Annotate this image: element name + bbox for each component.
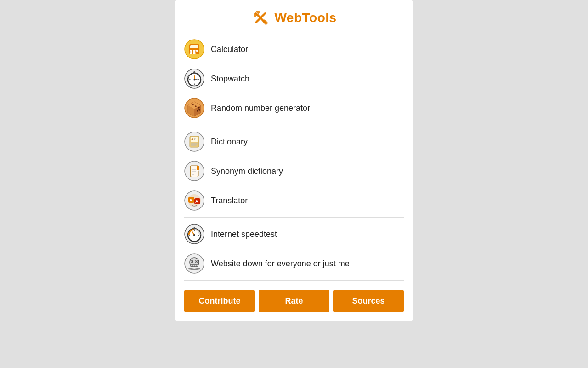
svg-rect-49 xyxy=(197,166,199,170)
footer-buttons: Contribute Rate Sources xyxy=(175,282,413,321)
main-panel: WebTools + Calculator xyxy=(175,0,413,321)
svg-rect-70 xyxy=(194,227,195,229)
internet-speedtest-icon xyxy=(184,224,204,244)
svg-text:A: A xyxy=(195,199,198,204)
website-down-label: Website down for everyone or just me xyxy=(211,259,350,269)
svg-rect-9 xyxy=(196,50,198,52)
internet-speedtest-label: Internet speedtest xyxy=(211,230,277,239)
svg-rect-11 xyxy=(193,52,196,54)
dictionary-label: Dictionary xyxy=(211,137,248,147)
svg-rect-25 xyxy=(194,71,195,73)
menu-item-translator[interactable]: A A Translator xyxy=(175,186,413,215)
translator-label: Translator xyxy=(211,196,248,206)
divider-1 xyxy=(184,125,404,125)
menu-item-stopwatch[interactable]: Stopwatch xyxy=(175,64,413,93)
svg-rect-7 xyxy=(190,50,192,52)
stopwatch-icon xyxy=(184,69,204,89)
menu-item-synonym-dict[interactable]: Synonym dictionary xyxy=(175,156,413,186)
synonym-dict-label: Synonym dictionary xyxy=(211,167,283,176)
stopwatch-label: Stopwatch xyxy=(211,74,249,84)
app-title: WebTools xyxy=(274,11,336,25)
svg-point-23 xyxy=(194,79,195,80)
svg-text:A: A xyxy=(189,198,192,202)
menu-item-calculator[interactable]: + Calculator xyxy=(175,34,413,64)
menu-list: + Calculator xyxy=(175,34,413,281)
rate-button[interactable]: Rate xyxy=(259,290,329,312)
svg-text:+: + xyxy=(197,46,199,48)
header: WebTools xyxy=(175,0,413,34)
random-number-label: Random number generator xyxy=(211,104,310,113)
dictionary-icon: A Z xyxy=(184,132,204,152)
webtools-logo-icon xyxy=(251,9,270,27)
svg-rect-12 xyxy=(196,52,198,54)
svg-point-37 xyxy=(198,109,200,111)
svg-point-33 xyxy=(192,104,194,105)
svg-rect-10 xyxy=(190,52,192,54)
website-down-icon xyxy=(184,253,204,274)
svg-rect-27 xyxy=(200,76,201,77)
calculator-icon: + xyxy=(184,39,204,59)
menu-item-dictionary[interactable]: A Z Dictionary xyxy=(175,127,413,156)
translator-icon: A A xyxy=(184,190,204,211)
calculator-label: Calculator xyxy=(211,45,248,54)
menu-item-website-down[interactable]: Website down for everyone or just me xyxy=(175,249,413,278)
synonym-dictionary-icon xyxy=(184,161,204,181)
svg-rect-26 xyxy=(187,76,189,77)
menu-item-random-number[interactable]: Random number generator xyxy=(175,93,413,123)
svg-rect-8 xyxy=(193,50,196,52)
menu-item-internet-speed[interactable]: Internet speedtest xyxy=(175,219,413,249)
svg-text:Z: Z xyxy=(194,138,196,141)
svg-point-34 xyxy=(195,105,197,107)
dice-icon xyxy=(184,98,204,118)
divider-3 xyxy=(184,280,404,281)
svg-text:A: A xyxy=(191,138,193,141)
svg-point-68 xyxy=(193,234,195,236)
contribute-button[interactable]: Contribute xyxy=(184,290,255,312)
svg-point-35 xyxy=(198,107,200,109)
sources-button[interactable]: Sources xyxy=(333,290,404,312)
svg-point-36 xyxy=(197,110,198,112)
divider-2 xyxy=(184,217,404,218)
